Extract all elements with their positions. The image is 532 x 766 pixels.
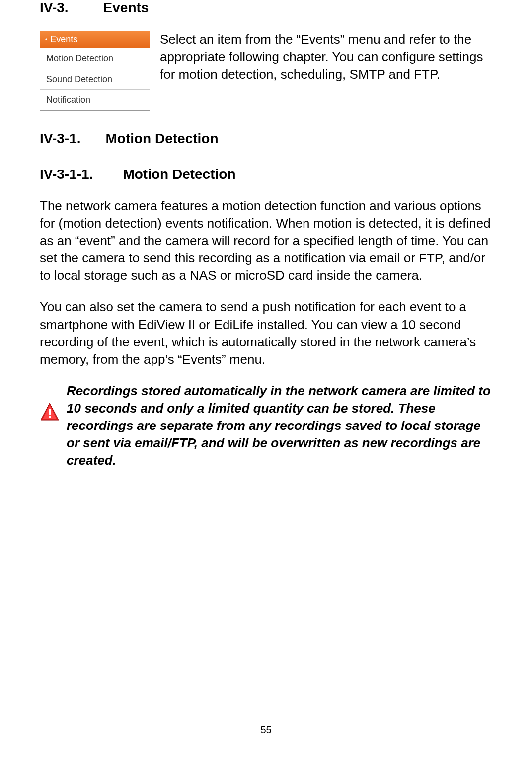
heading-title: Events [103,0,149,16]
svg-rect-3 [49,416,51,418]
bullet-icon: • [45,36,47,43]
heading-title: Motion Detection [123,167,235,182]
heading-h3: IV-3-1-1. Motion Detection [40,167,492,182]
warning-note: Recordings stored automatically in the n… [40,382,492,469]
warning-text: Recordings stored automatically in the n… [67,382,492,469]
heading-number: IV-3. [40,0,69,16]
intro-paragraph: Select an item from the “Events” menu an… [160,31,492,83]
body-paragraph-2: You can also set the camera to send a pu… [40,298,492,368]
heading-number: IV-3-1-1. [40,167,93,182]
heading-number: IV-3-1. [40,131,80,147]
body-paragraph-1: The network camera features a motion det… [40,197,492,284]
menu-header-label: Events [50,34,77,45]
menu-header-events[interactable]: • Events [40,31,150,48]
heading-title: Motion Detection [105,131,218,147]
warning-icon [40,402,60,422]
menu-item-motion-detection[interactable]: Motion Detection [40,48,150,69]
svg-rect-2 [49,409,51,415]
events-menu: • Events Motion Detection Sound Detectio… [40,31,150,111]
menu-item-sound-detection[interactable]: Sound Detection [40,69,150,89]
page-number: 55 [0,724,532,736]
heading-h1: IV-3. Events [40,0,492,16]
intro-block: • Events Motion Detection Sound Detectio… [40,31,492,111]
heading-h2: IV-3-1. Motion Detection [40,131,492,147]
document-page: IV-3. Events • Events Motion Detection S… [0,0,532,746]
menu-item-notification[interactable]: Notification [40,89,150,110]
